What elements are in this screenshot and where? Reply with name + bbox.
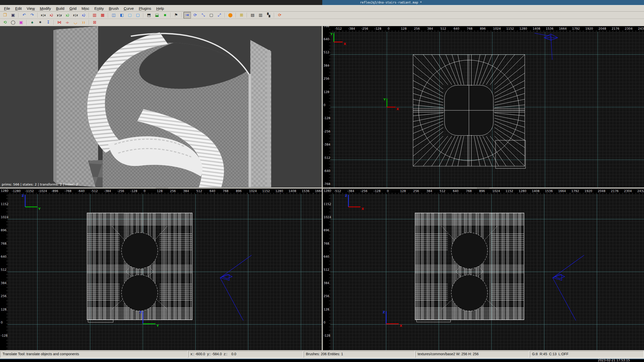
flip-x-button[interactable]: x|x xyxy=(39,12,47,19)
wm-bar-window-title-area[interactable]: reflex2q3/dna-stairs-radiant.map * xyxy=(322,0,644,5)
ruler-tick-label: 128 xyxy=(1,308,7,311)
camera-3d-viewport[interactable]: prims: 566 | states: 2 | transforms: 2 |… xyxy=(0,26,322,188)
toolbar-separator xyxy=(181,13,182,18)
menu-item-help[interactable]: Help xyxy=(154,6,167,11)
toolbar-separator xyxy=(37,13,38,18)
xy-ruler-horizontal: -512-384-256-128012825638451264076889610… xyxy=(323,26,644,32)
horizontal-splitter[interactable] xyxy=(0,188,644,189)
menu-item-build[interactable]: Build xyxy=(54,6,67,11)
flip-y-button[interactable]: y|y xyxy=(56,12,63,19)
ruler-tick-label: -512 xyxy=(335,27,342,30)
flip-z-button[interactable]: z|z xyxy=(72,12,79,19)
menu-item-curve[interactable]: Curve xyxy=(121,6,136,11)
ruler-tick-label: 1152 xyxy=(324,202,331,206)
status-coordinates: x:: -600.0 y:: -584.0 z:: 0.0 xyxy=(188,351,303,357)
toolbar-separator xyxy=(247,13,247,18)
yz-ruler-vertical: 1280115210248967686405123842561280-128 xyxy=(0,189,8,350)
yz-side-viewport[interactable]: ZYZY -1280-1152-1024-896-768-640-512-384… xyxy=(0,189,322,350)
splitter-grip[interactable] xyxy=(156,188,168,189)
select-touching-button[interactable]: ◫ xyxy=(110,12,117,19)
texture-browser-button[interactable]: ▚ xyxy=(265,12,272,19)
terrain-entity-button[interactable]: ♠ xyxy=(28,19,36,26)
xy-top-viewport[interactable]: YXYX -512-384-256-1280128256384512640768… xyxy=(323,26,644,188)
ruler-tick-label: 2432 xyxy=(638,27,644,30)
csg-subtract-button[interactable]: ▥ xyxy=(91,12,98,19)
brush-cube-button[interactable]: ⬒ xyxy=(145,12,153,19)
rotate-x-button[interactable]: x⤸ xyxy=(48,12,55,19)
render-stats: prims: 566 | states: 2 | transforms: 2 |… xyxy=(2,183,78,186)
ruler-tick-label: 640 xyxy=(1,255,7,258)
ruler-tick-label: 512 xyxy=(440,27,446,30)
refresh-models-button[interactable]: ⟳ xyxy=(276,12,284,19)
ruler-tick-label: 1024 xyxy=(249,189,257,193)
menu-item-entity[interactable]: Entity xyxy=(92,6,106,11)
ruler-tick-label: 768 xyxy=(223,189,228,193)
hide-selected-button[interactable]: ⊠ xyxy=(91,19,98,26)
free-rotation-button[interactable]: ⟲ xyxy=(1,19,9,26)
splitter-grip[interactable] xyxy=(477,188,489,189)
menu-item-grid[interactable]: Grid xyxy=(67,6,79,11)
ruler-tick-label: 384 xyxy=(1,281,7,285)
entity-list-button[interactable]: ▤ xyxy=(249,12,256,19)
menu-item-file[interactable]: File xyxy=(2,6,13,11)
ruler-tick-label: 1536 xyxy=(545,189,553,193)
menu-item-plugins[interactable]: Plugins xyxy=(136,6,154,11)
patch-cylinder-button[interactable]: ⬤ xyxy=(227,12,234,19)
ruler-tick-label: 896 xyxy=(324,229,329,232)
ruler-tick-label: 1792 xyxy=(572,27,580,30)
svg-text:Z: Z xyxy=(345,194,347,198)
menu-item-brush[interactable]: Brush xyxy=(106,6,121,11)
rotate-tool-button[interactable]: ⟳ xyxy=(191,12,199,19)
clipper-tool-button[interactable]: ⚑ xyxy=(172,12,180,19)
menu-item-view[interactable]: View xyxy=(24,6,37,11)
ruler-tick-label: 1280 xyxy=(519,189,527,193)
xz-front-viewport[interactable]: ZXZX -512-384-256-1280128256384512640768… xyxy=(323,189,644,350)
ruler-tick-label: 1920 xyxy=(585,189,592,193)
svg-text:Y: Y xyxy=(38,207,41,211)
ruler-tick-label: 512 xyxy=(324,51,329,54)
resize-tool-button[interactable]: ⤢ xyxy=(216,12,223,19)
texture-lock-button[interactable]: ⊞ xyxy=(238,12,245,19)
svg-text:Y: Y xyxy=(330,32,333,36)
menu-item-modify[interactable]: Modify xyxy=(37,6,53,11)
ruler-tick-label: 2048 xyxy=(598,189,606,193)
brush-solid-button[interactable]: ■ xyxy=(161,12,169,19)
undo-button[interactable]: ↶ xyxy=(20,12,28,19)
save-button[interactable]: ▣ xyxy=(9,12,17,19)
ruler-tick-label: -128 xyxy=(131,189,137,193)
rotate-y-button[interactable]: y⤸ xyxy=(64,12,71,19)
status-grid-settings: G:8 R:45 C:13 L:OFF xyxy=(530,351,644,357)
select-box-button[interactable]: ▢ xyxy=(208,12,215,19)
brush-cap-button[interactable]: ⬓ xyxy=(153,12,161,19)
rotate-z-button[interactable]: z⤸ xyxy=(80,12,87,19)
scale-tool-button[interactable]: ⤡ xyxy=(199,12,207,19)
ruler-tick-label: -128 xyxy=(324,334,330,337)
ruler-tick-label: 128 xyxy=(400,189,406,193)
console-button[interactable]: ▥ xyxy=(257,12,264,19)
redo-button[interactable]: ↷ xyxy=(28,12,36,19)
patch-cap-button[interactable]: )) xyxy=(80,19,87,26)
patch-weld-button[interactable]: ⋈ xyxy=(56,19,63,26)
camera-3d-scene xyxy=(0,26,322,188)
menu-item-misc[interactable]: Misc xyxy=(79,6,92,11)
ruler-tick-label: -256 xyxy=(117,189,124,193)
csg-merge-button[interactable]: ▦ xyxy=(99,12,106,19)
select-partial-button[interactable]: ▢ xyxy=(126,12,134,19)
patch-bend-button[interactable]: ◡ xyxy=(72,19,79,26)
select-complete-button[interactable]: ▢ xyxy=(134,12,142,19)
translate-tool-button[interactable]: ⇥ xyxy=(183,12,191,19)
patch-drill-button[interactable]: ◁▷ xyxy=(64,19,71,26)
ruler-tick-label: -1152 xyxy=(25,189,34,193)
menu-item-edit[interactable]: Edit xyxy=(13,6,24,11)
toolbar-row-2: ⟲◯▣♠✶↧⋈◁▷◡))⊠ xyxy=(0,19,644,26)
open-button[interactable]: ❒ xyxy=(1,12,9,19)
ruler-tick-label: 512 xyxy=(440,189,446,193)
ruler-tick-label: 256 xyxy=(1,294,7,298)
caulk-button[interactable]: ▣ xyxy=(17,19,25,26)
drop-entity-button[interactable]: ↧ xyxy=(45,19,52,26)
select-inside-button[interactable]: ◧ xyxy=(118,12,126,19)
toolbar-separator xyxy=(108,13,108,18)
free-scale-button[interactable]: ◯ xyxy=(9,19,17,26)
toolbar-separator xyxy=(170,13,171,18)
model-entity-button[interactable]: ✶ xyxy=(36,19,44,26)
